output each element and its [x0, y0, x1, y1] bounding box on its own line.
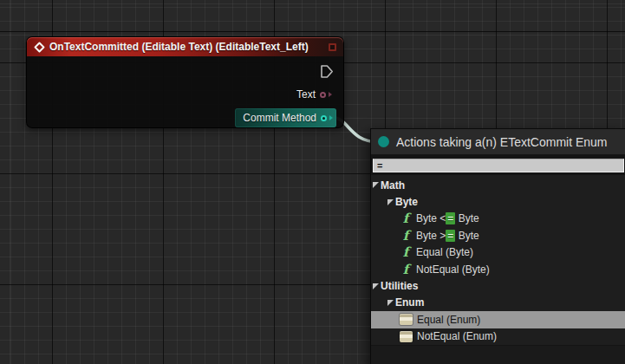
text-pin-label: Text	[296, 88, 316, 101]
item-label: Equal (Byte)	[416, 246, 473, 258]
exec-output-pin[interactable]	[320, 64, 334, 79]
menu-category-math[interactable]: Math	[371, 177, 625, 193]
node-title: OnTextCommitted (Editable Text) (Editabl…	[49, 41, 322, 53]
text-pin-arrow-icon	[329, 92, 332, 97]
enum-node-icon	[400, 331, 413, 342]
search-match-highlight: =	[446, 230, 455, 242]
context-menu-dot-icon	[378, 136, 389, 147]
menu-item-equal-byte[interactable]: f Equal (Byte)	[371, 244, 625, 261]
commit-method-pin-row[interactable]: Commit Method	[235, 108, 336, 127]
category-label: Utilities	[381, 280, 418, 292]
expander-icon[interactable]	[387, 300, 394, 306]
item-label: Byte <= Byte	[416, 212, 479, 224]
delegate-output-pin[interactable]	[329, 43, 336, 51]
blueprint-canvas[interactable]: { "graph": { "node": { "title": "OnTextC…	[0, 0, 625, 364]
event-diamond-icon	[34, 42, 45, 53]
function-icon: f	[400, 230, 412, 242]
menu-item-notequal-byte[interactable]: f NotEqual (Byte)	[371, 261, 625, 277]
event-node-ontextcommitted[interactable]: OnTextCommitted (Editable Text) (Editabl…	[26, 36, 344, 128]
function-icon: f	[400, 212, 412, 224]
context-menu-header: Actions taking a(n) ETextCommit Enum	[371, 129, 625, 155]
expander-icon[interactable]	[373, 283, 379, 289]
commit-method-pin-arrow-icon	[329, 115, 333, 120]
menu-category-enum[interactable]: Enum	[371, 295, 625, 311]
menu-item-byte-gte-byte[interactable]: f Byte >= Byte	[371, 227, 625, 244]
expander-icon[interactable]	[387, 199, 394, 205]
search-area	[371, 155, 625, 175]
item-label: Byte >= Byte	[416, 230, 479, 242]
expander-icon[interactable]	[373, 182, 379, 188]
enum-node-icon	[400, 314, 413, 325]
search-match-highlight: =	[446, 212, 455, 224]
menu-category-utilities[interactable]: Utilities	[371, 277, 625, 294]
action-context-menu: Actions taking a(n) ETextCommit Enum Mat…	[370, 128, 625, 364]
action-search-input[interactable]	[373, 159, 624, 172]
category-label: Byte	[395, 196, 418, 208]
menu-empty-area	[371, 345, 625, 364]
item-label: Equal (Enum)	[417, 314, 480, 326]
commit-method-output-pin[interactable]	[321, 115, 327, 121]
commit-method-pin-label: Commit Method	[243, 112, 316, 124]
category-label: Enum	[395, 296, 424, 309]
function-icon: f	[400, 246, 412, 258]
item-label: NotEqual (Byte)	[416, 263, 490, 276]
text-output-pin[interactable]	[320, 92, 326, 98]
node-header[interactable]: OnTextCommitted (Editable Text) (Editabl…	[27, 37, 343, 56]
category-label: Math	[381, 179, 405, 192]
menu-category-byte[interactable]: Byte	[371, 193, 625, 210]
function-icon: f	[400, 263, 412, 276]
menu-item-notequal-enum[interactable]: NotEqual (Enum)	[371, 328, 625, 345]
action-list: Math Byte f Byte <= Byte f Byte >= Byte …	[371, 175, 625, 345]
menu-item-byte-lte-byte[interactable]: f Byte <= Byte	[371, 211, 625, 227]
text-pin-row: Text	[296, 88, 332, 101]
menu-item-equal-enum[interactable]: Equal (Enum)	[371, 311, 625, 328]
context-menu-title: Actions taking a(n) ETextCommit Enum	[396, 135, 608, 149]
item-label: NotEqual (Enum)	[417, 330, 497, 342]
